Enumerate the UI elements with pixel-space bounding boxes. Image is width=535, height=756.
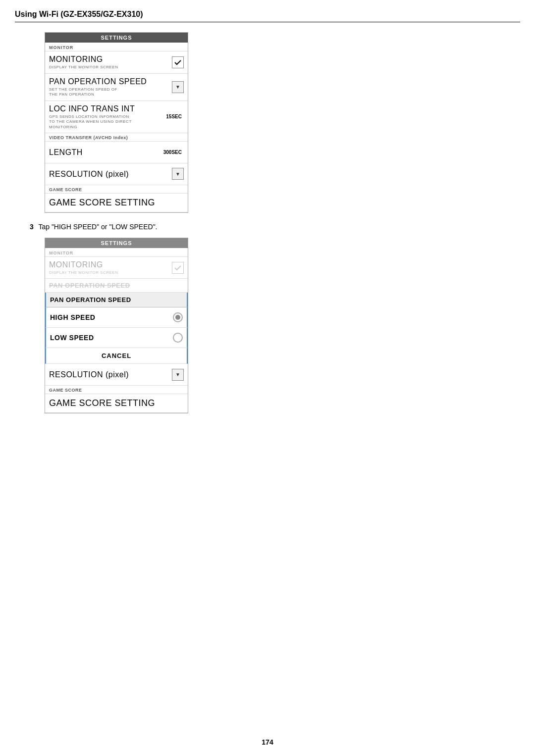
check-icon-dimmed xyxy=(174,264,182,272)
pan-dimmed-row: PAN OPERATION SPEED xyxy=(45,279,188,293)
loc-info-title: LOC INFO TRANS INT xyxy=(49,104,166,113)
monitoring-checkbox[interactable] xyxy=(172,56,184,68)
pan-operation-dimmed-text: PAN OPERATION SPEED xyxy=(49,282,184,289)
monitoring-subtitle: DISPLAY THE MONITOR SCREEN xyxy=(49,65,172,70)
resolution-content-2: RESOLUTION (pixel) xyxy=(49,370,172,379)
resolution-title-2: RESOLUTION (pixel) xyxy=(49,370,172,379)
monitoring-row-2: MONITORING DISPLAY THE MONITOR SCREEN xyxy=(45,257,188,279)
length-title: LENGTH xyxy=(49,148,163,157)
pan-operation-speed-row[interactable]: PAN OPERATION SPEED SET THE OPERATION SP… xyxy=(45,74,188,101)
monitoring-content-2: MONITORING DISPLAY THE MONITOR SCREEN xyxy=(49,260,172,276)
monitor-section-label: MONITOR xyxy=(45,43,188,51)
settings-title-bar-2: SETTINGS xyxy=(45,238,188,248)
pan-operation-speed-dropdown[interactable] xyxy=(172,81,184,93)
loc-info-row[interactable]: LOC INFO TRANS INT GPS SENDS LOCATION IN… xyxy=(45,101,188,133)
cancel-row[interactable]: CANCEL xyxy=(45,348,188,364)
settings-panel-1: SETTINGS MONITOR MONITORING DISPLAY THE … xyxy=(45,32,188,213)
resolution-dropdown-2[interactable] xyxy=(172,369,184,381)
step-number: 3 xyxy=(30,223,34,231)
monitoring-title: MONITORING xyxy=(49,54,172,64)
page-container: Using Wi-Fi (GZ-EX355/GZ-EX310) SETTINGS… xyxy=(0,0,535,756)
high-speed-radio[interactable] xyxy=(173,312,183,322)
page-number: 174 xyxy=(262,738,273,746)
monitoring-row[interactable]: MONITORING DISPLAY THE MONITOR SCREEN xyxy=(45,51,188,74)
monitoring-content: MONITORING DISPLAY THE MONITOR SCREEN xyxy=(49,54,172,70)
pan-operation-speed-content: PAN OPERATION SPEED SET THE OPERATION SP… xyxy=(49,77,172,98)
resolution-row-2[interactable]: RESOLUTION (pixel) xyxy=(45,364,188,386)
settings-panel-2: SETTINGS MONITOR MONITORING DISPLAY THE … xyxy=(45,238,188,414)
resolution-title: RESOLUTION (pixel) xyxy=(49,169,172,179)
resolution-content: RESOLUTION (pixel) xyxy=(49,169,172,179)
loc-info-value: 15SEC xyxy=(166,114,182,119)
length-value: 300SEC xyxy=(163,150,182,155)
pan-operation-speed-title: PAN OPERATION SPEED xyxy=(49,77,172,86)
monitor-section-label-2: MONITOR xyxy=(45,248,188,257)
cancel-button[interactable]: CANCEL xyxy=(102,352,131,359)
low-speed-label: LOW SPEED xyxy=(50,334,94,342)
high-speed-option[interactable]: HIGH SPEED xyxy=(45,307,188,328)
length-row[interactable]: LENGTH 300SEC xyxy=(45,142,188,163)
game-score-label-1: GAME SCORE xyxy=(45,185,188,194)
loc-info-subtitle: GPS SENDS LOCATION INFORMATIONTO THE CAM… xyxy=(49,114,166,130)
pan-operation-speed-subtitle: SET THE OPERATION SPEED OFTHE PAN OPERAT… xyxy=(49,87,172,98)
video-transfer-label: VIDEO TRANSFER (AVCHD Index) xyxy=(45,133,188,142)
high-speed-label: HIGH SPEED xyxy=(50,313,95,321)
resolution-row[interactable]: RESOLUTION (pixel) xyxy=(45,163,188,185)
check-icon xyxy=(174,58,182,66)
step-text: Tap "HIGH SPEED" or "LOW SPEED". xyxy=(38,223,157,231)
radio-inner xyxy=(175,315,180,320)
settings-title-bar-1: SETTINGS xyxy=(45,33,188,43)
monitoring-subtitle-2: DISPLAY THE MONITOR SCREEN xyxy=(49,270,172,275)
monitoring-checkbox-2 xyxy=(172,262,184,274)
game-score-setting-row-2[interactable]: GAME SCORE SETTING xyxy=(45,394,188,413)
monitoring-title-2: MONITORING xyxy=(49,260,172,269)
pan-operation-dropdown-header: PAN OPERATION SPEED xyxy=(45,293,188,307)
game-score-setting-row[interactable]: GAME SCORE SETTING xyxy=(45,194,188,212)
low-speed-radio[interactable] xyxy=(173,333,183,343)
game-score-setting-title-2: GAME SCORE SETTING xyxy=(49,398,184,408)
step-3-instruction: 3 Tap "HIGH SPEED" or "LOW SPEED". xyxy=(30,223,520,231)
length-content: LENGTH xyxy=(49,148,163,157)
game-score-label-2: GAME SCORE xyxy=(45,386,188,394)
loc-info-content: LOC INFO TRANS INT GPS SENDS LOCATION IN… xyxy=(49,104,166,130)
game-score-setting-title: GAME SCORE SETTING xyxy=(49,198,184,208)
page-heading: Using Wi-Fi (GZ-EX355/GZ-EX310) xyxy=(15,10,520,22)
resolution-dropdown[interactable] xyxy=(172,168,184,180)
low-speed-option[interactable]: LOW SPEED xyxy=(45,328,188,348)
